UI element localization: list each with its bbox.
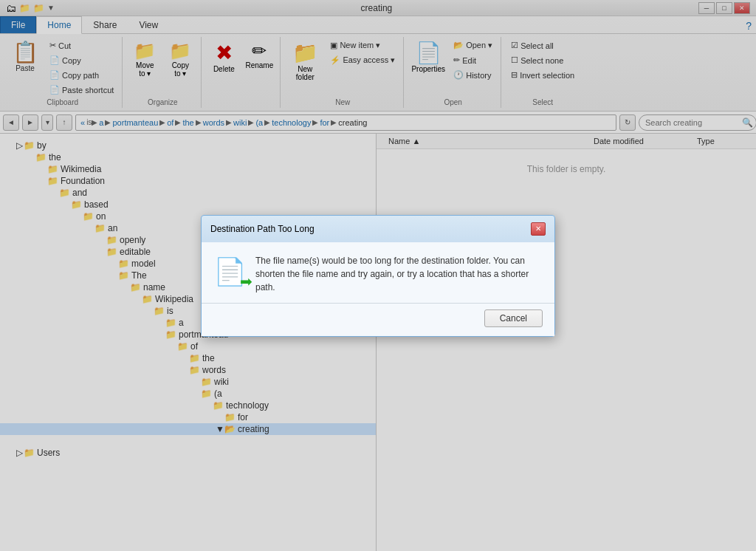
dialog-overlay: Destination Path Too Long ✕ 📄 ➡ The file… bbox=[0, 0, 756, 551]
cancel-button[interactable]: Cancel bbox=[484, 309, 543, 327]
dialog-close-button[interactable]: ✕ bbox=[531, 222, 546, 236]
dialog-footer: Cancel bbox=[202, 303, 554, 336]
dialog-message: The file name(s) would be too long for t… bbox=[255, 254, 543, 294]
dialog-body: 📄 ➡ The file name(s) would be too long f… bbox=[202, 242, 554, 303]
arrow-icon: ➡ bbox=[240, 273, 252, 290]
dialog-destination-path-too-long: Destination Path Too Long ✕ 📄 ➡ The file… bbox=[201, 215, 555, 337]
dialog-title-bar: Destination Path Too Long ✕ bbox=[202, 216, 554, 242]
dialog-title-text: Destination Path Too Long bbox=[210, 224, 315, 234]
dialog-file-icon: 📄 ➡ bbox=[213, 254, 247, 287]
